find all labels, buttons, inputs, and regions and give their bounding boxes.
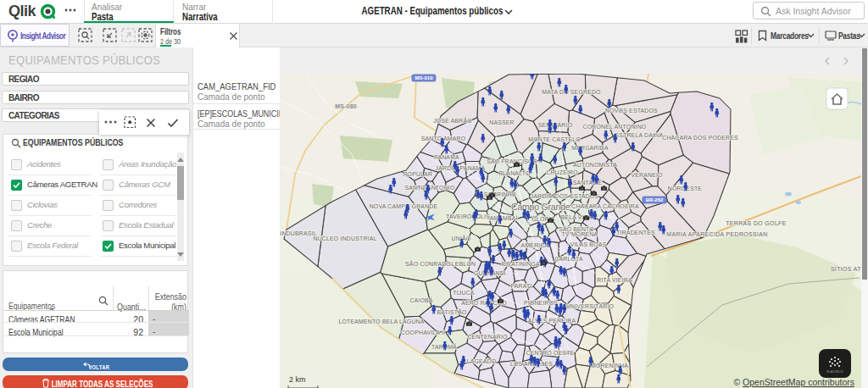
svg-text:CENTENÁRIO: CENTENÁRIO xyxy=(467,333,508,340)
svg-text:© OpenStreetMap contributors: © OpenStreetMap contributors xyxy=(733,377,854,387)
svg-text:PLANALTO: PLANALTO xyxy=(499,170,531,176)
svg-text:TIJUCA: TIJUCA xyxy=(453,290,475,296)
svg-text:2 km: 2 km xyxy=(289,375,306,384)
svg-text:TIRADENTES: TIRADENTES xyxy=(616,230,655,236)
svg-text:MORENINHA: MORENINHA xyxy=(591,363,628,369)
svg-text:ALVES PEREIRA: ALVES PEREIRA xyxy=(528,318,576,324)
svg-text:LAGEADO: LAGEADO xyxy=(467,358,497,364)
svg-text:TV MORENA: TV MORENA xyxy=(562,231,598,237)
svg-text:LEBLON: LEBLON xyxy=(452,261,476,267)
svg-text:COOPHAVILA II: COOPHAVILA II xyxy=(401,330,445,335)
svg-text:MATA DO SEGREDO: MATA DO SEGREDO xyxy=(542,89,601,95)
svg-text:CENTRO OESTE: CENTRO OESTE xyxy=(526,350,575,356)
svg-text:PANAMA: PANAMA xyxy=(434,154,459,160)
svg-text:CORONEL ANTONINO: CORONEL ANTONINO xyxy=(583,124,647,130)
svg-text:JOSÉ ABRÃO: JOSÉ ABRÃO xyxy=(433,117,472,124)
svg-text:SANTO AMARO: SANTO AMARO xyxy=(421,136,466,141)
svg-text:JARDIM DOS ESTADOS: JARDIM DOS ESTADOS xyxy=(531,193,599,199)
svg-text:NASSER: NASSER xyxy=(489,119,515,125)
svg-text:BLACKBOX: BLACKBOX xyxy=(826,370,843,374)
svg-text:PIONEIROS: PIONEIROS xyxy=(524,300,558,306)
svg-text:MS-010: MS-010 xyxy=(415,75,433,80)
svg-text:JARDIM PANAMÁ: JARDIM PANAMÁ xyxy=(436,164,486,171)
svg-text:UNIVERSITÁRIO: UNIVERSITÁRIO xyxy=(566,302,615,309)
svg-text:CHÁCARA CACHOEIRA: CHÁCARA CACHOEIRA xyxy=(571,202,639,209)
svg-text:TERRAS DO GOLFE: TERRAS DO GOLFE xyxy=(726,220,786,226)
svg-text:SANTO ANTONIO: SANTO ANTONIO xyxy=(404,185,454,191)
svg-text:NOVOS ESTADOS: NOVOS ESTADOS xyxy=(605,108,658,114)
svg-text:CAIOBÁ: CAIOBÁ xyxy=(409,297,432,303)
svg-text:NÚCLEO INDUSTRIAL: NÚCLEO INDUSTRIAL xyxy=(314,235,377,241)
svg-text:PARATI: PARATI xyxy=(510,283,531,289)
svg-text:MS-080: MS-080 xyxy=(335,103,357,109)
svg-text:AUTONOMISTA: AUTONOMISTA xyxy=(573,162,617,168)
svg-text:RITA VIEIRA: RITA VIEIRA xyxy=(597,277,632,283)
svg-text:ESTRELA DALVA: ESTRELA DALVA xyxy=(615,132,663,138)
svg-text:Campo Grande: Campo Grande xyxy=(511,202,570,212)
svg-text:CARLOTA: CARLOTA xyxy=(554,256,583,262)
svg-text:SÃO CONRADO: SÃO CONRADO xyxy=(405,260,451,267)
svg-text:PIRATININGA: PIRATININGA xyxy=(501,261,540,267)
svg-text:CHÁCARA DOS PODERES: CHÁCARA DOS PODERES xyxy=(662,134,738,141)
svg-text:CRUZEIRO: CRUZEIRO xyxy=(546,169,578,175)
svg-text:BR-262: BR-262 xyxy=(646,197,664,202)
svg-text:INDUBRASIL: INDUBRASIL xyxy=(280,230,316,236)
svg-text:AMAMBAÍ: AMAMBAÍ xyxy=(489,214,517,221)
svg-text:TAVEIRÓPOLIS: TAVEIRÓPOLIS xyxy=(446,213,490,219)
svg-text:VILAS BOAS: VILAS BOAS xyxy=(570,241,607,247)
svg-text:MONTE CASTELO: MONTE CASTELO xyxy=(528,136,581,142)
svg-text:MARGARIDA: MARGARIDA xyxy=(571,145,609,151)
svg-text:NOVA CAMPO GRANDE: NOVA CAMPO GRANDE xyxy=(370,203,438,209)
svg-text:LOTEAMENTO BELA LAGUNA: LOTEAMENTO BELA LAGUNA xyxy=(338,319,424,324)
svg-text:POPULAR: POPULAR xyxy=(403,171,432,177)
svg-text:VERANEIO: VERANEIO xyxy=(631,172,663,178)
svg-text:BATISTÃO: BATISTÃO xyxy=(437,308,467,315)
svg-text:SÃO FRANCISCO: SÃO FRANCISCO xyxy=(487,158,537,164)
svg-text:MARIA APARECIDA PEDROSSIAN: MARIA APARECIDA PEDROSSIAN xyxy=(666,231,767,237)
svg-text:SÍTIOS ATL: SÍTIOS ATL xyxy=(831,265,865,272)
